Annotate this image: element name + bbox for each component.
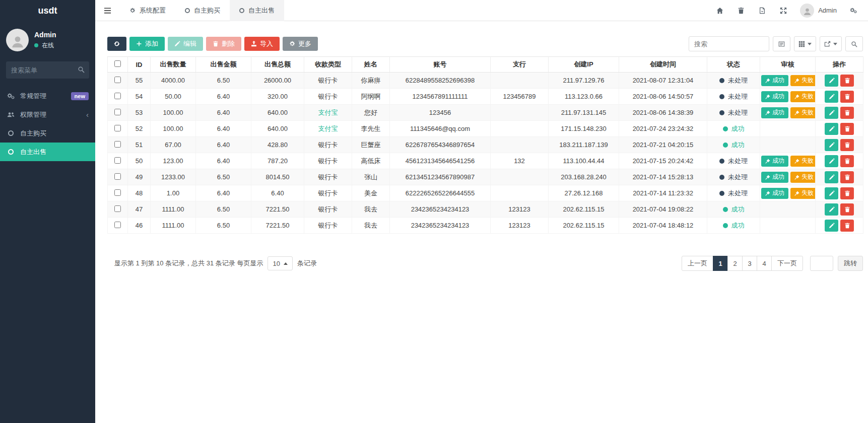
row-edit-button[interactable]: [825, 155, 838, 167]
column-header: 操作: [816, 57, 863, 73]
row-edit-button[interactable]: [825, 123, 838, 135]
row-delete-button[interactable]: [840, 187, 854, 199]
row-delete-button[interactable]: [840, 123, 854, 135]
pay-type-label[interactable]: 支付宝: [318, 109, 338, 116]
edit-button-label: 编辑: [183, 39, 196, 48]
user-avatar: [6, 29, 29, 51]
row-delete-button[interactable]: [840, 220, 854, 232]
prev-page-button[interactable]: 上一页: [682, 256, 713, 271]
row-delete-button[interactable]: [840, 203, 854, 216]
audit-fail-button[interactable]: 失败: [790, 107, 816, 118]
row-delete-button[interactable]: [840, 75, 854, 87]
row-checkbox[interactable]: [114, 157, 121, 164]
row-edit-button[interactable]: [825, 203, 838, 216]
audit-success-button[interactable]: 成功: [761, 75, 788, 86]
tab-自主出售[interactable]: 自主出售: [230, 0, 284, 21]
audit-fail-button[interactable]: 失败: [790, 188, 816, 199]
topbar-tabs: 系统配置自主购买自主出售: [120, 0, 284, 21]
row-checkbox[interactable]: [114, 173, 121, 180]
delete-button[interactable]: 删除: [206, 37, 241, 51]
clear-cache-icon[interactable]: [752, 7, 773, 14]
audit-fail-button[interactable]: 失败: [790, 156, 816, 167]
page-jump-button[interactable]: 跳转: [838, 256, 863, 271]
row-edit-button[interactable]: [825, 139, 838, 151]
audit-success-button[interactable]: 成功: [761, 188, 788, 199]
next-page-button[interactable]: 下一页: [771, 256, 803, 271]
fullscreen-icon[interactable]: [773, 7, 794, 14]
row-checkbox[interactable]: [114, 93, 121, 99]
sidebar-item-权限管理[interactable]: 权限管理‹: [0, 105, 95, 124]
audit-success-button[interactable]: 成功: [761, 172, 788, 183]
menu-search-input[interactable]: [6, 61, 89, 79]
row-checkbox[interactable]: [114, 109, 121, 115]
row-edit-button[interactable]: [825, 91, 838, 103]
cell-account: 2342365234234123: [390, 201, 491, 218]
table-row: 554000.006.5026000.00银行卡你麻痹6228489558252…: [108, 73, 863, 89]
cell-create-ip: 27.26.12.168: [549, 185, 619, 201]
page-size-select[interactable]: 10: [268, 256, 292, 270]
cell-sell-total: 7221.50: [251, 201, 304, 218]
row-checkbox[interactable]: [114, 77, 121, 83]
page-button-3[interactable]: 3: [742, 256, 757, 271]
more-button[interactable]: 更多: [283, 37, 318, 51]
audit-fail-button[interactable]: 失败: [790, 172, 816, 183]
sidebar-item-自主出售[interactable]: 自主出售: [0, 143, 95, 161]
page-button-4[interactable]: 4: [757, 256, 772, 271]
audit-success-button[interactable]: 成功: [761, 107, 788, 118]
user-menu[interactable]: Admin: [794, 4, 843, 18]
audit-success-button[interactable]: 成功: [761, 156, 788, 167]
edit-button[interactable]: 编辑: [168, 37, 203, 51]
refresh-button[interactable]: [107, 37, 126, 51]
gavel-icon: [765, 110, 770, 115]
settings-gears-icon[interactable]: [843, 7, 864, 14]
cell-select: [108, 185, 128, 201]
sidebar-item-自主购买[interactable]: 自主购买: [0, 124, 95, 143]
gavel-icon: [794, 78, 799, 83]
sidebar-item-常规管理[interactable]: 常规管理new: [0, 87, 95, 105]
tab-系统配置[interactable]: 系统配置: [120, 0, 175, 21]
import-button[interactable]: 导入: [244, 37, 280, 51]
row-edit-button[interactable]: [825, 220, 838, 232]
cell-audit: 成功失败: [760, 169, 816, 185]
page-button-2[interactable]: 2: [727, 256, 743, 271]
pencil-icon: [829, 94, 835, 100]
page-button-1[interactable]: 1: [713, 256, 728, 271]
row-edit-button[interactable]: [825, 75, 838, 87]
audit-fail-button[interactable]: 失败: [790, 91, 816, 102]
row-delete-button[interactable]: [840, 107, 854, 119]
audit-fail-button[interactable]: 失败: [790, 75, 816, 86]
toolbar-right: [689, 36, 863, 51]
row-delete-button[interactable]: [840, 171, 854, 183]
row-checkbox[interactable]: [114, 222, 121, 228]
table-search-input[interactable]: [689, 36, 769, 51]
row-edit-button[interactable]: [825, 171, 838, 183]
row-edit-button[interactable]: [825, 187, 838, 199]
trash-icon[interactable]: [730, 7, 752, 14]
cell-create-time: 2021-07-15 20:24:42: [619, 153, 707, 169]
row-edit-button[interactable]: [825, 107, 838, 119]
trash-icon: [844, 223, 850, 229]
audit-success-button[interactable]: 成功: [761, 91, 788, 102]
person-icon: [803, 7, 812, 16]
page-jump-input[interactable]: [810, 256, 833, 271]
columns-button[interactable]: [794, 36, 816, 51]
row-delete-button[interactable]: [840, 155, 854, 167]
row-delete-button[interactable]: [840, 139, 854, 151]
status-label: 未处理: [728, 92, 748, 101]
cell-select: [108, 218, 128, 234]
row-checkbox[interactable]: [114, 205, 121, 212]
row-checkbox[interactable]: [114, 189, 121, 196]
tab-自主购买[interactable]: 自主购买: [175, 0, 230, 21]
add-button[interactable]: 添加: [129, 37, 165, 51]
table-row: 50123.006.40787.20银行卡高低床4561231345646541…: [108, 153, 863, 169]
search-button[interactable]: [845, 36, 863, 51]
home-icon[interactable]: [709, 7, 730, 14]
export-button[interactable]: [820, 36, 842, 51]
detail-view-button[interactable]: [773, 36, 790, 51]
pay-type-label[interactable]: 支付宝: [318, 125, 338, 132]
select-all-checkbox[interactable]: [114, 60, 121, 67]
row-delete-button[interactable]: [840, 91, 854, 103]
hamburger-icon[interactable]: [95, 7, 120, 14]
row-checkbox[interactable]: [114, 141, 121, 148]
row-checkbox[interactable]: [114, 125, 121, 131]
